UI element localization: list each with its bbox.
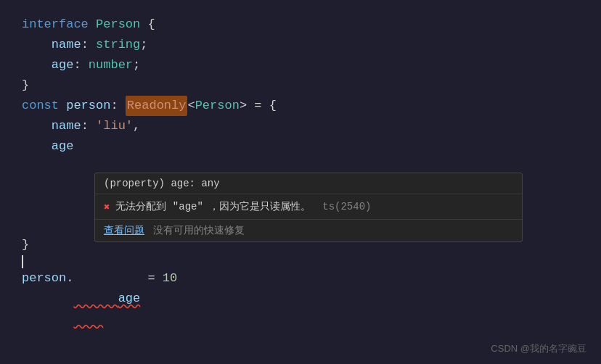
code-line-9 bbox=[22, 255, 579, 268]
tooltip-error-line: ✖ 无法分配到 "age" ，因为它是只读属性。 ts(2540) bbox=[95, 194, 522, 220]
view-problem-link[interactable]: 查看问题 bbox=[104, 224, 144, 237]
no-fix-text: 没有可用的快速修复 bbox=[153, 224, 245, 237]
code-line-1: interface Person { bbox=[22, 15, 579, 35]
generic-person: Person bbox=[195, 96, 240, 116]
tooltip-popup: (property) age: any ✖ 无法分配到 "age" ，因为它是只… bbox=[94, 173, 523, 242]
keyword-const: const bbox=[22, 96, 59, 116]
watermark-text: CSDN @我的名字豌豆 bbox=[491, 343, 586, 354]
error-icon: ✖ bbox=[104, 201, 110, 213]
code-line-4: } bbox=[22, 75, 579, 96]
editor-area: interface Person { name : string ; age :… bbox=[0, 0, 601, 344]
code-line-10: person . age = 10 bbox=[22, 268, 579, 329]
text-cursor bbox=[22, 255, 23, 268]
code-line-7: age bbox=[22, 136, 579, 157]
ts-error-code: ts(2540) bbox=[322, 201, 371, 212]
type-person: Person bbox=[96, 15, 140, 35]
type-string: string bbox=[96, 35, 140, 55]
readonly-keyword: Readonly bbox=[126, 96, 188, 116]
num-10: 10 bbox=[163, 268, 177, 289]
prop-age-val: age bbox=[52, 136, 74, 157]
tooltip-header-text: (property) age: any bbox=[104, 178, 220, 189]
var-person-ref: person bbox=[22, 268, 66, 289]
watermark: CSDN @我的名字豌豆 bbox=[491, 342, 586, 355]
tooltip-header: (property) age: any bbox=[95, 173, 522, 194]
type-number: number bbox=[89, 55, 133, 75]
var-person: person bbox=[66, 96, 110, 116]
prop-age: age bbox=[52, 55, 74, 75]
code-line-2: name : string ; bbox=[22, 35, 579, 55]
tooltip-actions[interactable]: 查看问题 没有可用的快速修复 bbox=[95, 220, 522, 241]
error-message: 无法分配到 "age" ，因为它是只读属性。 bbox=[115, 200, 311, 213]
prop-name-val: name bbox=[52, 116, 81, 136]
keyword-interface: interface bbox=[22, 15, 89, 35]
string-liu: 'liu' bbox=[96, 116, 133, 136]
code-line-5: const person : Readonly < Person > = { bbox=[22, 96, 579, 116]
prop-age-squiggly: age bbox=[73, 268, 140, 329]
prop-name: name bbox=[52, 35, 81, 55]
code-line-3: age : number ; bbox=[22, 55, 579, 75]
code-line-6: name : 'liu' , bbox=[22, 116, 579, 136]
